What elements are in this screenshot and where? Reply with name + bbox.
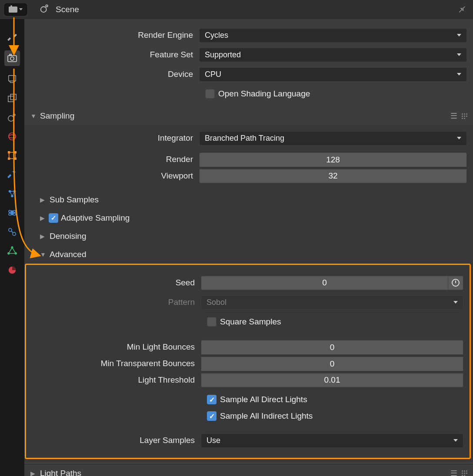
svg-point-0 <box>41 7 47 12</box>
tab-scene[interactable] <box>6 111 18 123</box>
layer-samples-select[interactable]: Use <box>201 433 463 448</box>
svg-point-26 <box>8 253 10 255</box>
svg-point-25 <box>11 247 13 248</box>
scene-name: Scene <box>56 5 79 14</box>
osl-label: Open Shading Language <box>218 89 310 99</box>
tab-material[interactable] <box>6 264 18 276</box>
square-samples-label: Square Samples <box>220 317 281 327</box>
tab-physics[interactable] <box>6 207 18 219</box>
sample-direct-checkbox[interactable] <box>207 395 217 404</box>
denoising-header[interactable]: Denoising <box>24 227 473 245</box>
chevron-down-icon <box>453 301 458 304</box>
feature-set-label: Feature Set <box>24 50 199 60</box>
tab-viewlayer[interactable] <box>6 92 18 104</box>
svg-rect-15 <box>8 158 10 160</box>
min-transparent-bounces-field[interactable]: 0 <box>201 357 463 371</box>
device-label: Device <box>24 69 199 79</box>
min-light-bounces-field[interactable]: 0 <box>201 340 463 354</box>
editor-type-selector[interactable] <box>4 3 27 16</box>
tab-particles[interactable] <box>6 188 18 200</box>
light-paths-panel-header[interactable]: Light Paths <box>24 464 473 476</box>
chevron-down-icon <box>19 8 23 10</box>
light-threshold-field[interactable]: 0.01 <box>201 373 463 387</box>
svg-point-3 <box>10 57 14 60</box>
tab-output[interactable] <box>6 73 18 85</box>
svg-point-9 <box>13 114 15 116</box>
sample-indirect-checkbox[interactable] <box>207 411 217 421</box>
svg-point-20 <box>11 212 13 214</box>
advanced-header[interactable]: Advanced <box>24 245 473 264</box>
min-transparent-bounces-label: Min Transparent Bounces <box>26 359 201 368</box>
svg-rect-16 <box>15 158 17 160</box>
sampling-panel-header[interactable]: Sampling <box>24 107 473 125</box>
svg-point-23 <box>9 228 12 231</box>
tab-object[interactable] <box>6 149 18 162</box>
tab-modifiers[interactable] <box>6 169 18 181</box>
triangle-right-icon <box>40 196 46 203</box>
square-samples-checkbox[interactable] <box>207 317 217 327</box>
svg-point-1 <box>46 5 48 7</box>
triangle-right-icon <box>40 215 46 221</box>
osl-checkbox[interactable] <box>205 89 215 99</box>
grip-icon[interactable] <box>462 113 469 119</box>
integrator-select[interactable]: Branched Path Tracing <box>199 131 467 145</box>
tab-constraints[interactable] <box>6 226 18 238</box>
svg-rect-14 <box>15 152 17 153</box>
render-engine-label: Render Engine <box>24 30 199 40</box>
triangle-down-icon <box>40 251 46 258</box>
chevron-down-icon <box>457 53 461 56</box>
integrator-label: Integrator <box>24 133 199 143</box>
svg-rect-6 <box>8 96 14 102</box>
min-light-bounces-label: Min Light Bounces <box>26 342 201 352</box>
svg-rect-13 <box>8 152 10 153</box>
device-select[interactable]: CPU <box>199 67 467 82</box>
svg-point-27 <box>15 253 17 255</box>
viewport-samples-label: Viewport <box>24 171 199 181</box>
svg-point-11 <box>9 135 16 138</box>
adaptive-checkbox[interactable] <box>49 213 58 223</box>
svg-rect-2 <box>8 56 17 62</box>
tab-data[interactable] <box>6 245 18 257</box>
sample-direct-label: Sample All Direct Lights <box>220 395 307 404</box>
seed-clock-button[interactable] <box>448 276 463 290</box>
chevron-down-icon <box>457 73 461 76</box>
adaptive-sampling-header[interactable]: Adaptive Sampling <box>24 209 473 227</box>
render-engine-select[interactable]: Cycles <box>199 28 467 43</box>
svg-point-24 <box>13 232 16 235</box>
svg-point-8 <box>8 116 14 121</box>
properties-icon <box>9 7 17 13</box>
chevron-down-icon <box>457 34 461 36</box>
grip-icon[interactable] <box>462 470 469 476</box>
chevron-down-icon <box>453 439 458 442</box>
svg-rect-7 <box>10 94 16 100</box>
svg-rect-4 <box>10 54 11 56</box>
tab-render[interactable] <box>4 50 20 66</box>
sub-samples-header[interactable]: Sub Samples <box>24 191 473 209</box>
render-samples-field[interactable]: 128 <box>199 152 467 167</box>
render-samples-label: Render <box>24 155 199 164</box>
pin-icon[interactable] <box>454 3 469 18</box>
svg-point-10 <box>9 133 16 140</box>
layer-samples-label: Layer Samples <box>26 436 201 445</box>
svg-rect-5 <box>9 76 16 81</box>
scene-icon <box>40 3 50 15</box>
chevron-down-icon <box>457 137 461 139</box>
clock-icon <box>452 279 460 287</box>
tab-tool[interactable] <box>6 31 18 43</box>
viewport-samples-field[interactable]: 32 <box>199 169 467 183</box>
preset-list-icon[interactable] <box>450 469 456 476</box>
seed-label: Seed <box>26 278 201 288</box>
feature-set-select[interactable]: Supported <box>199 48 467 62</box>
pattern-select[interactable]: Sobol <box>201 295 463 310</box>
seed-field[interactable]: 0 <box>201 276 448 290</box>
preset-list-icon[interactable] <box>450 111 456 121</box>
triangle-down-icon <box>30 112 37 119</box>
light-threshold-label: Light Threshold <box>26 375 201 385</box>
sample-indirect-label: Sample All Indirect Lights <box>220 411 313 421</box>
pattern-label: Pattern <box>26 298 201 307</box>
tab-world[interactable] <box>6 130 18 142</box>
triangle-right-icon <box>40 233 46 240</box>
triangle-right-icon <box>30 470 37 476</box>
